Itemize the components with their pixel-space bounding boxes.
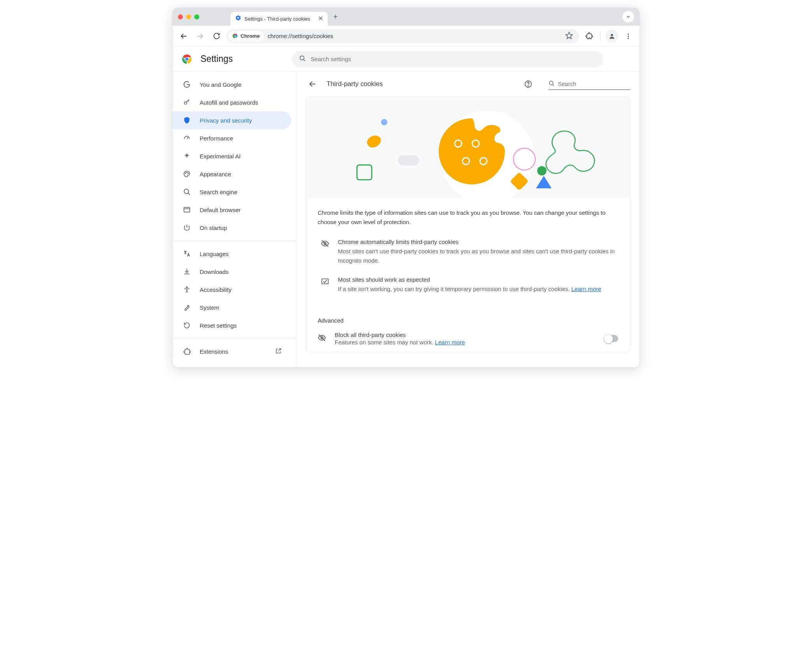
sidebar-item-label: Accessibility [200, 286, 232, 293]
accessibility-icon [183, 286, 191, 293]
url-text: chrome://settings/cookies [267, 33, 561, 39]
settings-main: You and Google Autofill and passwords Pr… [172, 72, 640, 367]
sidebar-item-languages[interactable]: Languages [172, 245, 291, 263]
sidebar-item-performance[interactable]: Performance [172, 129, 291, 147]
sidebar-item-extensions[interactable]: Extensions [172, 342, 291, 360]
setting-block-all: Block all third-party cookies Features o… [306, 325, 630, 352]
gear-icon [235, 15, 241, 23]
browser-window: Settings - Third-party cookies ✕ + Chrom… [172, 8, 640, 367]
sidebar-item-label: Privacy and security [200, 117, 252, 124]
svg-rect-44 [322, 279, 329, 284]
overflow-menu-button[interactable] [622, 30, 635, 43]
svg-marker-6 [566, 32, 573, 39]
eye-off-icon [318, 333, 328, 344]
svg-line-15 [304, 60, 305, 61]
sidebar-item-label: System [200, 304, 219, 311]
sidebar-item-autofill[interactable]: Autofill and passwords [172, 93, 291, 111]
sidebar-item-accessibility[interactable]: Accessibility [172, 281, 291, 298]
sidebar-item-label: Default browser [200, 207, 241, 213]
svg-point-18 [185, 173, 186, 174]
sidebar-item-privacy[interactable]: Privacy and security [172, 111, 291, 129]
sidebar-item-label: Languages [200, 251, 228, 257]
key-icon [183, 98, 191, 106]
svg-point-40 [537, 166, 547, 175]
settings-search-input[interactable] [311, 56, 596, 62]
sidebar-item-label: You and Google [200, 81, 241, 88]
svg-point-7 [611, 34, 613, 36]
page-back-button[interactable] [306, 77, 320, 91]
reload-button[interactable] [210, 30, 223, 43]
address-bar[interactable]: Chrome chrome://settings/cookies [226, 29, 579, 43]
info-title: Most sites should work as expected [338, 276, 601, 283]
learn-more-link[interactable]: Learn more [571, 286, 601, 292]
power-icon [183, 224, 191, 232]
browser-tab[interactable]: Settings - Third-party cookies ✕ [230, 12, 328, 26]
info-row-works: Most sites should work as expected If a … [318, 272, 618, 300]
chrome-logo-icon [182, 54, 192, 64]
bookmark-star-icon[interactable] [565, 32, 577, 41]
maximize-window-button[interactable] [194, 14, 199, 19]
sidebar-item-system[interactable]: System [172, 298, 291, 316]
tabs-dropdown-button[interactable] [622, 11, 634, 23]
settings-header: Settings [172, 47, 640, 72]
svg-point-20 [188, 173, 189, 174]
sidebar-item-search-engine[interactable]: Search engine [172, 183, 291, 201]
svg-point-21 [184, 189, 189, 194]
wrench-icon [183, 304, 191, 311]
search-icon [548, 80, 555, 88]
svg-point-36 [381, 119, 387, 125]
new-tab-button[interactable]: + [333, 12, 338, 21]
extensions-button[interactable] [582, 30, 596, 43]
shield-icon [183, 116, 191, 124]
page-search[interactable] [548, 78, 630, 90]
chrome-logo-icon [232, 33, 238, 40]
page-search-input[interactable] [558, 81, 632, 87]
download-icon [183, 268, 191, 275]
svg-point-13 [185, 57, 188, 60]
sidebar-item-reset[interactable]: Reset settings [172, 316, 291, 334]
svg-point-10 [628, 37, 629, 39]
svg-point-5 [235, 35, 236, 36]
card-body: Chrome limits the type of information si… [306, 198, 630, 310]
minimize-window-button[interactable] [186, 14, 191, 19]
sidebar-item-label: Performance [200, 135, 233, 142]
sidebar-item-label: Autofill and passwords [200, 99, 258, 106]
browser-icon [183, 206, 191, 214]
sidebar-item-appearance[interactable]: Appearance [172, 165, 291, 183]
sidebar-item-you-and-google[interactable]: You and Google [172, 75, 291, 93]
learn-more-link[interactable]: Learn more [435, 339, 465, 346]
close-window-button[interactable] [178, 14, 183, 19]
info-body: Most sites can't use third-party cookies… [338, 247, 618, 265]
setting-body: Features on some sites may not work. Lea… [335, 339, 597, 346]
search-icon [183, 188, 191, 196]
reset-icon [183, 321, 191, 329]
browser-toolbar: Chrome chrome://settings/cookies [172, 26, 640, 47]
sidebar-item-on-startup[interactable]: On startup [172, 219, 291, 237]
content-header: Third-party cookies [296, 72, 640, 97]
site-chip[interactable]: Chrome [228, 31, 264, 42]
sidebar-item-label: Appearance [200, 171, 231, 177]
advanced-label: Advanced [306, 310, 630, 325]
svg-line-17 [187, 137, 188, 139]
svg-line-30 [553, 84, 554, 85]
svg-point-14 [300, 56, 304, 60]
help-button[interactable] [521, 77, 535, 91]
sparkle-icon [183, 152, 191, 160]
sidebar-item-downloads[interactable]: Downloads [172, 263, 291, 281]
block-all-toggle[interactable] [604, 335, 618, 342]
settings-search[interactable] [292, 51, 603, 67]
back-button[interactable] [177, 30, 190, 43]
sidebar-item-default-browser[interactable]: Default browser [172, 201, 291, 219]
forward-button[interactable] [193, 30, 207, 43]
separator [172, 240, 296, 241]
settings-title: Settings [200, 54, 233, 64]
separator [600, 32, 601, 40]
description-text: Chrome limits the type of information si… [318, 208, 618, 227]
svg-point-19 [186, 172, 187, 173]
sidebar-item-experimental-ai[interactable]: Experimental AI [172, 147, 291, 165]
profile-button[interactable] [605, 30, 619, 43]
close-tab-icon[interactable]: ✕ [318, 16, 323, 22]
sidebar-item-label: Extensions [200, 348, 228, 355]
svg-point-16 [184, 102, 187, 104]
palette-icon [183, 170, 191, 178]
